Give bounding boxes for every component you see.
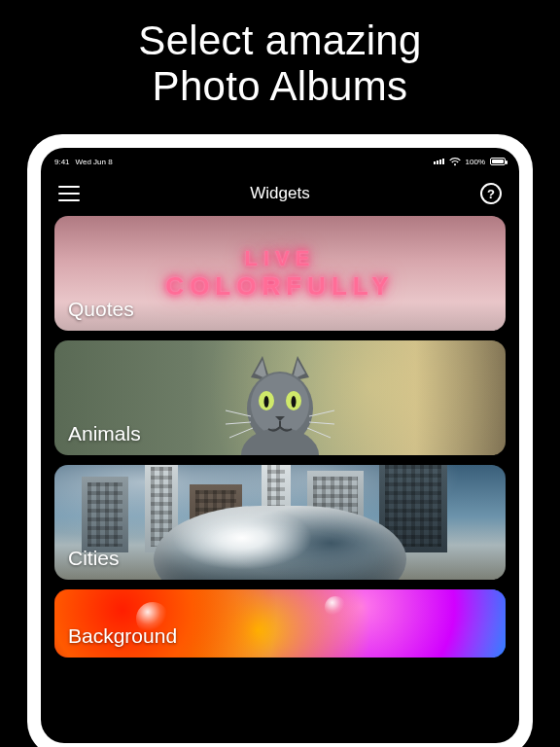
menu-icon[interactable] xyxy=(58,186,80,201)
svg-point-2 xyxy=(241,428,319,455)
wifi-icon xyxy=(449,158,461,166)
device-screen: 9:41 Wed Jun 8 100% Widgets ? xyxy=(41,148,519,743)
cat-illustration xyxy=(222,348,338,455)
page-title: Widgets xyxy=(250,184,309,203)
svg-line-11 xyxy=(309,422,334,424)
neon-line-2: COLORFULLY xyxy=(165,271,394,302)
svg-line-12 xyxy=(307,428,331,438)
status-time: 9:41 xyxy=(54,158,70,166)
album-list: LIVE COLORFULLY Quotes xyxy=(41,216,519,658)
nav-bar: Widgets ? xyxy=(41,169,519,216)
album-label: Animals xyxy=(68,422,141,445)
device-frame: 9:41 Wed Jun 8 100% Widgets ? xyxy=(27,134,533,747)
help-button[interactable]: ? xyxy=(480,183,502,204)
svg-point-5 xyxy=(264,396,269,408)
status-battery-pct: 100% xyxy=(466,158,485,166)
album-card-background[interactable]: Background xyxy=(54,589,506,658)
album-label: Cities xyxy=(68,547,120,570)
album-label: Background xyxy=(68,624,177,648)
promo-heading: Select amazing Photo Albums xyxy=(0,0,560,109)
album-label: Quotes xyxy=(68,298,134,321)
svg-point-6 xyxy=(292,396,297,408)
album-card-quotes[interactable]: LIVE COLORFULLY Quotes xyxy=(54,216,506,331)
battery-icon xyxy=(490,158,506,165)
svg-line-8 xyxy=(226,422,251,424)
status-date: Wed Jun 8 xyxy=(76,158,113,166)
cities-thumbnail xyxy=(54,465,506,580)
promo-line-1: Select amazing xyxy=(0,18,560,63)
album-card-animals[interactable]: Animals xyxy=(54,340,506,455)
status-bar: 9:41 Wed Jun 8 100% xyxy=(41,154,519,169)
promo-line-2: Photo Albums xyxy=(0,63,560,109)
neon-line-1: LIVE xyxy=(245,246,316,271)
album-card-cities[interactable]: Cities xyxy=(54,465,506,580)
signal-icon xyxy=(434,159,444,164)
svg-line-9 xyxy=(229,428,253,438)
help-icon: ? xyxy=(487,187,495,201)
